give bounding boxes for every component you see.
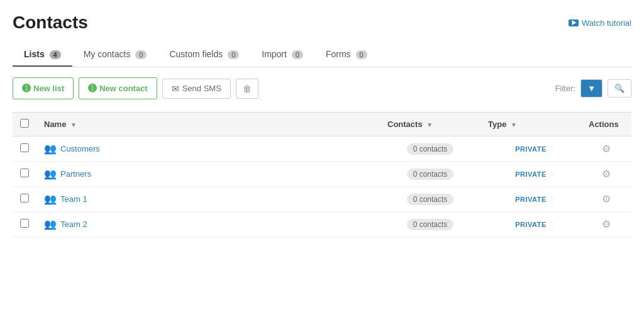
- contacts-table: Name ▼ Contacts ▼ Type ▼ Actions 👥 Custo…: [13, 112, 631, 237]
- filter-icon: ▼: [587, 84, 596, 93]
- trash-icon: 🗑: [243, 84, 252, 94]
- row-checkbox-customers[interactable]: [20, 143, 29, 152]
- group-icon: 👥: [44, 143, 57, 155]
- table-header-row: Name ▼ Contacts ▼ Type ▼ Actions: [13, 113, 631, 136]
- watch-tutorial-label: Watch tutorial: [582, 18, 631, 28]
- delete-button[interactable]: 🗑: [236, 79, 258, 99]
- name-sort-icon: ▼: [70, 121, 77, 128]
- contacts-badge-customers: 0 contacts: [407, 143, 454, 155]
- filter-button[interactable]: ▼: [580, 79, 602, 97]
- row-check-cell: [13, 187, 36, 212]
- row-type-cell: PRIVATE: [480, 136, 581, 162]
- gear-icon-customers[interactable]: ⚙: [602, 143, 611, 154]
- row-contacts-cell: 0 contacts: [380, 162, 480, 187]
- search-icon: 🔍: [614, 84, 625, 93]
- envelope-icon: ✉: [172, 84, 179, 94]
- row-checkbox-team1[interactable]: [20, 194, 29, 203]
- contact-name-partners: Partners: [60, 169, 91, 179]
- contacts-badge-team2: 0 contacts: [407, 219, 454, 230]
- tab-lists-badge: 4: [50, 50, 61, 59]
- table-row: 👥 Customers 0 contacts PRIVATE ⚙: [13, 136, 631, 162]
- toolbar: ➊ New list ➊ New contact ✉ Send SMS 🗑 Fi…: [13, 77, 631, 99]
- send-sms-label: Send SMS: [182, 84, 221, 93]
- tab-import-badge: 0: [292, 50, 303, 59]
- col-header-check: [13, 113, 36, 136]
- row-check-cell: [13, 136, 36, 162]
- row-contacts-cell: 0 contacts: [380, 187, 480, 212]
- filter-label: Filter:: [555, 84, 576, 93]
- type-badge-partners: PRIVATE: [515, 170, 547, 178]
- row-name-cell: 👥 Team 2: [36, 212, 380, 237]
- tab-my-contacts-badge: 0: [135, 50, 147, 59]
- row-name-cell: 👥 Team 1: [36, 187, 380, 212]
- contact-link-team1[interactable]: 👥 Team 1: [44, 193, 372, 205]
- type-badge-customers: PRIVATE: [515, 145, 547, 153]
- tab-forms-badge: 0: [356, 50, 367, 59]
- row-actions-cell: ⚙: [581, 187, 631, 212]
- tab-my-contacts-label: My contacts: [84, 49, 131, 59]
- row-contacts-cell: 0 contacts: [380, 212, 480, 237]
- video-icon: [569, 19, 579, 26]
- tab-forms-label: Forms: [326, 49, 351, 59]
- tabs-bar: Lists 4 My contacts 0 Custom fields 0 Im…: [13, 43, 631, 67]
- page-header: Contacts Watch tutorial: [13, 13, 631, 33]
- col-header-contacts[interactable]: Contacts ▼: [380, 113, 480, 136]
- col-header-name[interactable]: Name ▼: [36, 113, 380, 136]
- plus-circle-icon-2: ➊: [88, 82, 96, 94]
- row-name-cell: 👥 Partners: [36, 162, 380, 187]
- search-button[interactable]: 🔍: [608, 79, 631, 97]
- gear-icon-partners[interactable]: ⚙: [602, 169, 611, 179]
- gear-icon-team2[interactable]: ⚙: [602, 219, 611, 230]
- row-actions-cell: ⚙: [581, 212, 631, 237]
- col-header-type[interactable]: Type ▼: [480, 113, 581, 136]
- send-sms-button[interactable]: ✉ Send SMS: [162, 79, 231, 99]
- tab-custom-fields-badge: 0: [228, 50, 239, 59]
- row-type-cell: PRIVATE: [480, 162, 581, 187]
- row-contacts-cell: 0 contacts: [380, 136, 480, 162]
- contacts-badge-team1: 0 contacts: [407, 194, 454, 205]
- select-all-checkbox[interactable]: [20, 119, 29, 128]
- type-badge-team2: PRIVATE: [515, 221, 547, 228]
- contact-name-team2: Team 2: [60, 219, 87, 229]
- row-name-cell: 👥 Customers: [36, 136, 380, 162]
- row-actions-cell: ⚙: [581, 136, 631, 162]
- tab-forms[interactable]: Forms 0: [314, 43, 379, 67]
- watch-tutorial-link[interactable]: Watch tutorial: [569, 18, 631, 28]
- row-checkbox-team2[interactable]: [20, 219, 29, 228]
- new-contact-label: New contact: [99, 84, 148, 93]
- table-row: 👥 Partners 0 contacts PRIVATE ⚙: [13, 162, 631, 187]
- contacts-badge-partners: 0 contacts: [407, 169, 454, 180]
- table-row: 👥 Team 2 0 contacts PRIVATE ⚙: [13, 212, 631, 237]
- row-check-cell: [13, 162, 36, 187]
- new-contact-button[interactable]: ➊ New contact: [79, 77, 157, 99]
- tab-import[interactable]: Import 0: [250, 43, 314, 67]
- type-sort-icon: ▼: [511, 121, 517, 128]
- contacts-sort-icon: ▼: [426, 121, 433, 128]
- tab-lists[interactable]: Lists 4: [13, 43, 72, 67]
- row-type-cell: PRIVATE: [480, 212, 581, 237]
- plus-circle-icon: ➊: [22, 82, 30, 94]
- tab-import-label: Import: [262, 49, 287, 59]
- row-check-cell: [13, 212, 36, 237]
- row-type-cell: PRIVATE: [480, 187, 581, 212]
- group-icon: 👥: [44, 193, 57, 205]
- row-actions-cell: ⚙: [581, 162, 631, 187]
- row-checkbox-partners[interactable]: [20, 169, 29, 177]
- contact-name-team1: Team 1: [60, 194, 87, 204]
- tab-my-contacts[interactable]: My contacts 0: [72, 43, 158, 67]
- contact-link-customers[interactable]: 👥 Customers: [44, 143, 372, 155]
- type-badge-team1: PRIVATE: [515, 196, 547, 203]
- group-icon: 👥: [44, 218, 57, 230]
- tab-custom-fields-label: Custom fields: [169, 49, 223, 59]
- new-list-button[interactable]: ➊ New list: [13, 77, 74, 99]
- tab-custom-fields[interactable]: Custom fields 0: [158, 43, 250, 67]
- contact-name-customers: Customers: [60, 144, 100, 153]
- contact-link-team2[interactable]: 👥 Team 2: [44, 218, 372, 230]
- contact-link-partners[interactable]: 👥 Partners: [44, 168, 372, 180]
- gear-icon-team1[interactable]: ⚙: [602, 194, 611, 204]
- group-icon: 👥: [44, 168, 57, 180]
- table-row: 👥 Team 1 0 contacts PRIVATE ⚙: [13, 187, 631, 212]
- tab-lists-label: Lists: [24, 49, 45, 59]
- new-list-label: New list: [33, 84, 64, 93]
- col-header-actions: Actions: [581, 113, 631, 136]
